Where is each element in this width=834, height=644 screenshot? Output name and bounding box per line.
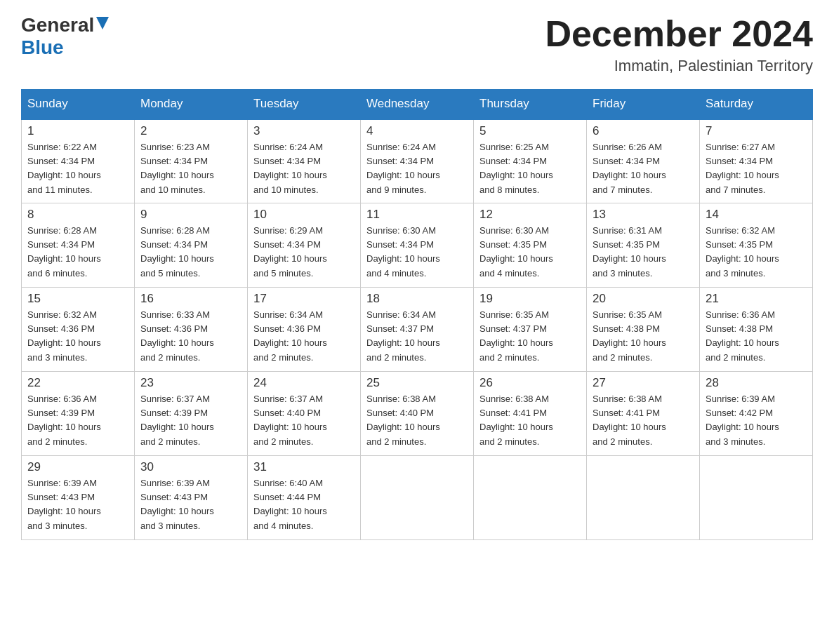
day-number: 1 — [27, 124, 128, 138]
calendar-cell: 7Sunrise: 6:27 AMSunset: 4:34 PMDaylight… — [700, 119, 813, 203]
day-number: 9 — [140, 208, 241, 222]
page-header: General Blue December 2024 Immatin, Pale… — [21, 14, 813, 75]
day-number: 23 — [140, 376, 241, 390]
calendar-cell: 20Sunrise: 6:35 AMSunset: 4:38 PMDayligh… — [587, 288, 700, 372]
day-info: Sunrise: 6:37 AMSunset: 4:39 PMDaylight:… — [140, 392, 241, 449]
calendar-cell: 6Sunrise: 6:26 AMSunset: 4:34 PMDaylight… — [587, 119, 700, 203]
calendar-cell: 25Sunrise: 6:38 AMSunset: 4:40 PMDayligh… — [361, 372, 474, 456]
day-info: Sunrise: 6:28 AMSunset: 4:34 PMDaylight:… — [27, 224, 128, 281]
day-info: Sunrise: 6:30 AMSunset: 4:35 PMDaylight:… — [479, 224, 581, 281]
day-info: Sunrise: 6:24 AMSunset: 4:34 PMDaylight:… — [366, 140, 468, 197]
day-number: 4 — [366, 124, 468, 138]
day-number: 27 — [593, 376, 694, 390]
day-info: Sunrise: 6:30 AMSunset: 4:34 PMDaylight:… — [366, 224, 468, 281]
calendar-cell: 30Sunrise: 6:39 AMSunset: 4:43 PMDayligh… — [135, 456, 248, 540]
day-number: 28 — [706, 376, 807, 390]
logo-arrow-icon — [96, 14, 109, 34]
day-info: Sunrise: 6:38 AMSunset: 4:41 PMDaylight:… — [479, 392, 581, 449]
day-info: Sunrise: 6:31 AMSunset: 4:35 PMDaylight:… — [593, 224, 694, 281]
calendar-cell: 2Sunrise: 6:23 AMSunset: 4:34 PMDaylight… — [135, 119, 248, 203]
day-number: 16 — [140, 292, 241, 306]
calendar-cell: 28Sunrise: 6:39 AMSunset: 4:42 PMDayligh… — [700, 372, 813, 456]
day-number: 20 — [593, 292, 694, 306]
day-number: 31 — [253, 460, 355, 474]
day-info: Sunrise: 6:32 AMSunset: 4:35 PMDaylight:… — [706, 224, 807, 281]
day-info: Sunrise: 6:38 AMSunset: 4:40 PMDaylight:… — [366, 392, 468, 449]
day-info: Sunrise: 6:39 AMSunset: 4:43 PMDaylight:… — [27, 476, 128, 533]
day-number: 6 — [593, 124, 694, 138]
day-number: 17 — [253, 292, 355, 306]
day-number: 21 — [706, 292, 807, 306]
day-number: 10 — [253, 208, 355, 222]
month-title: December 2024 — [545, 14, 813, 54]
day-info: Sunrise: 6:26 AMSunset: 4:34 PMDaylight:… — [593, 140, 694, 197]
calendar-cell — [361, 456, 474, 540]
svg-marker-0 — [96, 17, 109, 29]
calendar-cell: 17Sunrise: 6:34 AMSunset: 4:36 PMDayligh… — [248, 288, 361, 372]
day-number: 29 — [27, 460, 128, 474]
calendar-cell: 26Sunrise: 6:38 AMSunset: 4:41 PMDayligh… — [474, 372, 587, 456]
calendar-cell — [700, 456, 813, 540]
day-number: 15 — [27, 292, 128, 306]
calendar-cell: 16Sunrise: 6:33 AMSunset: 4:36 PMDayligh… — [135, 288, 248, 372]
day-info: Sunrise: 6:22 AMSunset: 4:34 PMDaylight:… — [27, 140, 128, 197]
day-info: Sunrise: 6:36 AMSunset: 4:38 PMDaylight:… — [706, 308, 807, 365]
header-wednesday: Wednesday — [361, 90, 474, 119]
calendar-cell: 3Sunrise: 6:24 AMSunset: 4:34 PMDaylight… — [248, 119, 361, 203]
location-text: Immatin, Palestinian Territory — [545, 57, 813, 75]
header-saturday: Saturday — [700, 90, 813, 119]
day-number: 13 — [593, 208, 694, 222]
day-number: 8 — [27, 208, 128, 222]
day-info: Sunrise: 6:27 AMSunset: 4:34 PMDaylight:… — [706, 140, 807, 197]
calendar-table: Sunday Monday Tuesday Wednesday Thursday… — [21, 89, 813, 540]
day-number: 30 — [140, 460, 241, 474]
day-number: 3 — [253, 124, 355, 138]
day-info: Sunrise: 6:36 AMSunset: 4:39 PMDaylight:… — [27, 392, 128, 449]
calendar-cell: 29Sunrise: 6:39 AMSunset: 4:43 PMDayligh… — [22, 456, 135, 540]
logo: General Blue — [21, 14, 109, 59]
day-info: Sunrise: 6:37 AMSunset: 4:40 PMDaylight:… — [253, 392, 355, 449]
calendar-cell: 4Sunrise: 6:24 AMSunset: 4:34 PMDaylight… — [361, 119, 474, 203]
day-info: Sunrise: 6:39 AMSunset: 4:42 PMDaylight:… — [706, 392, 807, 449]
day-info: Sunrise: 6:39 AMSunset: 4:43 PMDaylight:… — [140, 476, 241, 533]
day-info: Sunrise: 6:35 AMSunset: 4:38 PMDaylight:… — [593, 308, 694, 365]
header-friday: Friday — [587, 90, 700, 119]
day-number: 19 — [479, 292, 581, 306]
day-number: 22 — [27, 376, 128, 390]
day-number: 26 — [479, 376, 581, 390]
day-info: Sunrise: 6:34 AMSunset: 4:37 PMDaylight:… — [366, 308, 468, 365]
day-number: 7 — [706, 124, 807, 138]
calendar-cell: 27Sunrise: 6:38 AMSunset: 4:41 PMDayligh… — [587, 372, 700, 456]
day-info: Sunrise: 6:32 AMSunset: 4:36 PMDaylight:… — [27, 308, 128, 365]
header-thursday: Thursday — [474, 90, 587, 119]
title-section: December 2024 Immatin, Palestinian Terri… — [545, 14, 813, 75]
header-tuesday: Tuesday — [248, 90, 361, 119]
day-info: Sunrise: 6:23 AMSunset: 4:34 PMDaylight:… — [140, 140, 241, 197]
day-info: Sunrise: 6:29 AMSunset: 4:34 PMDaylight:… — [253, 224, 355, 281]
day-info: Sunrise: 6:33 AMSunset: 4:36 PMDaylight:… — [140, 308, 241, 365]
calendar-cell: 19Sunrise: 6:35 AMSunset: 4:37 PMDayligh… — [474, 288, 587, 372]
calendar-cell: 11Sunrise: 6:30 AMSunset: 4:34 PMDayligh… — [361, 203, 474, 288]
calendar-cell: 13Sunrise: 6:31 AMSunset: 4:35 PMDayligh… — [587, 203, 700, 288]
calendar-week-5: 29Sunrise: 6:39 AMSunset: 4:43 PMDayligh… — [22, 456, 813, 540]
logo-general-text: General — [21, 14, 94, 36]
day-number: 25 — [366, 376, 468, 390]
calendar-week-3: 15Sunrise: 6:32 AMSunset: 4:36 PMDayligh… — [22, 288, 813, 372]
day-info: Sunrise: 6:40 AMSunset: 4:44 PMDaylight:… — [253, 476, 355, 533]
calendar-cell: 12Sunrise: 6:30 AMSunset: 4:35 PMDayligh… — [474, 203, 587, 288]
header-sunday: Sunday — [22, 90, 135, 119]
day-number: 14 — [706, 208, 807, 222]
calendar-week-2: 8Sunrise: 6:28 AMSunset: 4:34 PMDaylight… — [22, 203, 813, 288]
calendar-cell — [587, 456, 700, 540]
day-number: 5 — [479, 124, 581, 138]
calendar-cell: 21Sunrise: 6:36 AMSunset: 4:38 PMDayligh… — [700, 288, 813, 372]
day-info: Sunrise: 6:34 AMSunset: 4:36 PMDaylight:… — [253, 308, 355, 365]
calendar-header-row: Sunday Monday Tuesday Wednesday Thursday… — [22, 90, 813, 119]
logo-blue-text: Blue — [21, 36, 64, 58]
day-number: 18 — [366, 292, 468, 306]
calendar-cell: 14Sunrise: 6:32 AMSunset: 4:35 PMDayligh… — [700, 203, 813, 288]
day-info: Sunrise: 6:35 AMSunset: 4:37 PMDaylight:… — [479, 308, 581, 365]
day-info: Sunrise: 6:38 AMSunset: 4:41 PMDaylight:… — [593, 392, 694, 449]
calendar-cell: 23Sunrise: 6:37 AMSunset: 4:39 PMDayligh… — [135, 372, 248, 456]
calendar-cell: 10Sunrise: 6:29 AMSunset: 4:34 PMDayligh… — [248, 203, 361, 288]
